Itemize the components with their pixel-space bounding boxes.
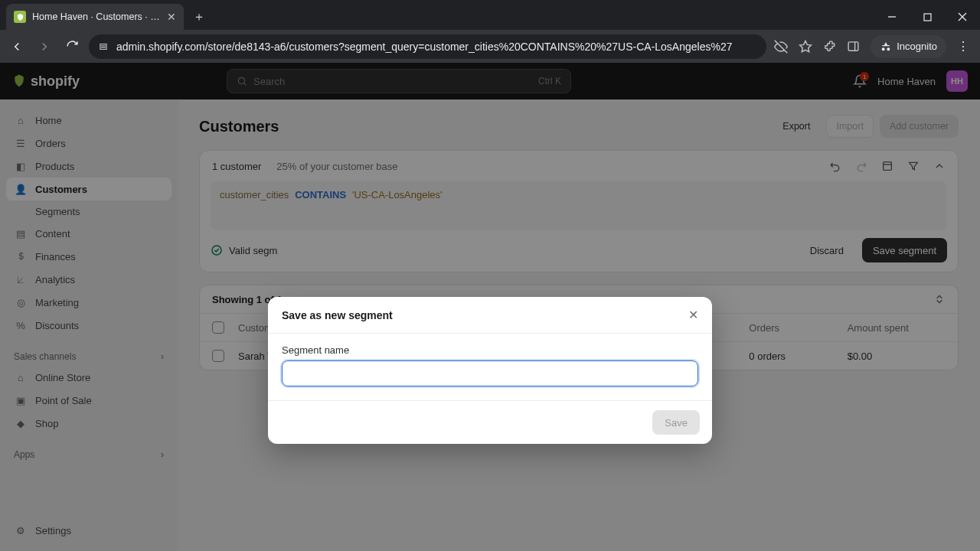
- site-info-icon: [98, 41, 109, 52]
- new-tab-button[interactable]: ＋: [188, 6, 210, 28]
- reload-icon[interactable]: [61, 36, 83, 57]
- window-close-icon[interactable]: [945, 4, 980, 30]
- window-controls: [874, 4, 980, 30]
- kebab-icon[interactable]: ⋮: [957, 39, 969, 54]
- shopify-favicon: [14, 11, 26, 23]
- segment-name-input[interactable]: [282, 360, 698, 386]
- forward-icon[interactable]: [34, 36, 55, 57]
- svg-rect-5: [848, 42, 858, 51]
- incognito-icon: [880, 41, 892, 53]
- modal-title: Save as new segment: [282, 309, 393, 321]
- close-icon[interactable]: ✕: [167, 11, 176, 23]
- minimize-icon[interactable]: [874, 4, 910, 30]
- save-button[interactable]: Save: [652, 410, 700, 435]
- eye-off-icon[interactable]: [774, 40, 788, 54]
- url-text: admin.shopify.com/store/de8143-a6/custom…: [116, 41, 757, 53]
- tab-title: Home Haven · Customers · Sho: [32, 11, 161, 22]
- browser-tabstrip: Home Haven · Customers · Sho ✕ ＋: [0, 0, 980, 30]
- extensions-icon[interactable]: [823, 40, 836, 53]
- svg-rect-1: [924, 14, 931, 21]
- incognito-label: Incognito: [897, 41, 937, 52]
- address-bar[interactable]: admin.shopify.com/store/de8143-a6/custom…: [89, 34, 766, 59]
- panel-icon[interactable]: [847, 40, 860, 53]
- star-icon[interactable]: [799, 40, 812, 54]
- maximize-icon[interactable]: [910, 4, 945, 30]
- close-icon[interactable]: ✕: [688, 308, 698, 322]
- back-icon[interactable]: [6, 36, 28, 57]
- browser-tab[interactable]: Home Haven · Customers · Sho ✕: [6, 4, 184, 30]
- browser-toolbar: admin.shopify.com/store/de8143-a6/custom…: [0, 30, 980, 63]
- incognito-badge[interactable]: Incognito: [871, 35, 946, 58]
- svg-marker-4: [800, 41, 812, 51]
- segment-name-label: Segment name: [282, 344, 698, 356]
- save-segment-modal: Save as new segment ✕ Segment name Save: [268, 297, 712, 444]
